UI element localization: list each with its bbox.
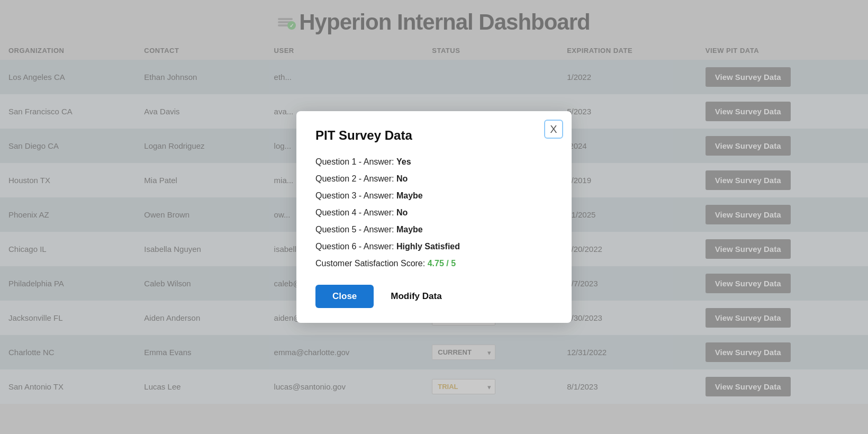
pit-survey-modal: PIT Survey Data X Question 1 - Answer: Y… [296, 111, 572, 323]
modal-overlay: PIT Survey Data X Question 1 - Answer: Y… [0, 0, 868, 434]
satisfaction-score: Customer Satisfaction Score: 4.75 / 5 [315, 257, 553, 270]
modal-modify-button[interactable]: Modify Data [386, 285, 446, 308]
question-2: Question 2 - Answer: No [315, 173, 553, 185]
question-4: Question 4 - Answer: No [315, 206, 553, 219]
score-value: 4.75 / 5 [428, 259, 456, 268]
question-6: Question 6 - Answer: Highly Satisfied [315, 240, 553, 253]
modal-close-x-button[interactable]: X [544, 120, 563, 139]
question-5: Question 5 - Answer: Maybe [315, 223, 553, 236]
modal-title: PIT Survey Data [315, 128, 553, 143]
question-3: Question 3 - Answer: Maybe [315, 189, 553, 202]
question-1: Question 1 - Answer: Yes [315, 156, 553, 168]
modal-close-button[interactable]: Close [315, 285, 374, 308]
modal-footer: Close Modify Data [315, 285, 553, 308]
modal-body: Question 1 - Answer: Yes Question 2 - An… [315, 156, 553, 270]
